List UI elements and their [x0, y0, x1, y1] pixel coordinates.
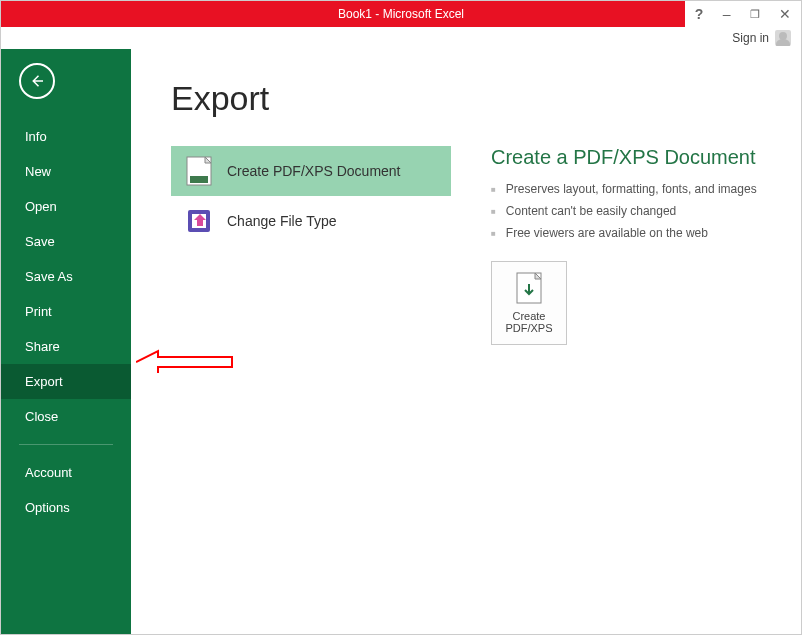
detail-bullet-list: Preserves layout, formatting, fonts, and…: [491, 179, 761, 245]
detail-heading: Create a PDF/XPS Document: [491, 146, 761, 169]
backstage-sidebar: InfoNewOpenSaveSave AsPrintShareExportCl…: [1, 49, 131, 634]
svg-rect-2: [190, 176, 208, 183]
sidebar-item-options[interactable]: Options: [1, 490, 131, 525]
sidebar-item-save[interactable]: Save: [1, 224, 131, 259]
document-arrow-icon: [516, 272, 542, 304]
sidebar-divider: [19, 444, 113, 445]
close-icon[interactable]: ✕: [779, 6, 791, 22]
sidebar-item-export[interactable]: Export: [1, 364, 131, 399]
export-detail-panel: Create a PDF/XPS Document Preserves layo…: [491, 146, 761, 345]
signin-row: Sign in: [1, 27, 801, 49]
filetype-icon: [185, 207, 213, 235]
window-title: Book1 - Microsoft Excel: [338, 7, 464, 21]
help-icon[interactable]: ?: [695, 6, 704, 22]
signin-link[interactable]: Sign in: [732, 31, 769, 45]
restore-icon[interactable]: ❐: [750, 8, 760, 21]
sidebar-item-print[interactable]: Print: [1, 294, 131, 329]
titlebar: Book1 - Microsoft Excel ? – ❐ ✕: [1, 1, 801, 27]
page-title: Export: [171, 79, 761, 118]
detail-bullet: Content can't be easily changed: [491, 201, 761, 223]
create-btn-label-2: PDF/XPS: [505, 322, 552, 334]
minimize-icon[interactable]: –: [723, 6, 731, 22]
sidebar-item-new[interactable]: New: [1, 154, 131, 189]
create-pdf-xps-button[interactable]: Create PDF/XPS: [491, 261, 567, 345]
export-options-list: Create PDF/XPS DocumentChange File Type: [171, 146, 451, 345]
sidebar-item-save-as[interactable]: Save As: [1, 259, 131, 294]
export-option-change-file-type[interactable]: Change File Type: [171, 196, 451, 246]
export-option-create-pdf-xps-document[interactable]: Create PDF/XPS Document: [171, 146, 451, 196]
avatar-icon[interactable]: [775, 30, 791, 46]
window-controls: ? – ❐ ✕: [685, 1, 801, 27]
sidebar-item-open[interactable]: Open: [1, 189, 131, 224]
sidebar-item-close[interactable]: Close: [1, 399, 131, 434]
export-option-label: Create PDF/XPS Document: [227, 163, 401, 179]
sidebar-item-account[interactable]: Account: [1, 455, 131, 490]
export-option-label: Change File Type: [227, 213, 336, 229]
detail-bullet: Free viewers are available on the web: [491, 223, 761, 245]
content-area: Export Create PDF/XPS DocumentChange Fil…: [131, 49, 801, 634]
sidebar-item-share[interactable]: Share: [1, 329, 131, 364]
back-button[interactable]: [19, 63, 55, 99]
create-btn-label-1: Create: [505, 310, 552, 322]
sidebar-item-info[interactable]: Info: [1, 119, 131, 154]
pdf-icon: [185, 157, 213, 185]
detail-bullet: Preserves layout, formatting, fonts, and…: [491, 179, 761, 201]
arrow-left-icon: [28, 72, 46, 90]
